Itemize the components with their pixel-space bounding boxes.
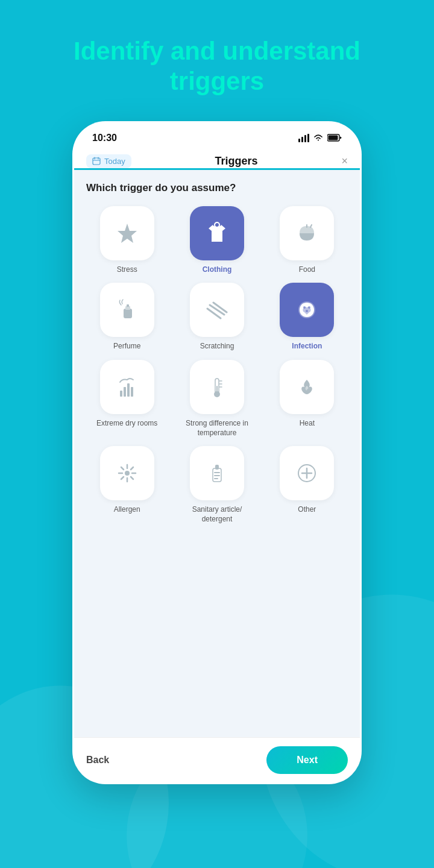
svg-rect-31 — [216, 386, 218, 392]
question-text: Which trigger do you assume? — [86, 182, 348, 194]
scratching-label: Scratching — [200, 342, 234, 351]
app-title: Triggers — [215, 155, 258, 168]
svg-rect-48 — [214, 475, 220, 476]
trigger-strong-diff[interactable]: Strong difference in temperature — [176, 360, 257, 438]
stress-svg — [114, 220, 140, 247]
allergen-label: Allergen — [114, 505, 140, 515]
svg-rect-6 — [307, 134, 309, 142]
trigger-heat[interactable]: Heat — [266, 360, 348, 438]
clothing-svg — [204, 220, 230, 247]
scratching-icon-box — [190, 283, 244, 337]
next-button[interactable]: Next — [266, 746, 348, 774]
svg-rect-16 — [124, 309, 132, 318]
clothing-label: Clothing — [203, 265, 232, 275]
allergen-svg — [114, 460, 140, 486]
svg-point-24 — [308, 306, 310, 309]
svg-rect-3 — [298, 139, 300, 142]
svg-point-32 — [214, 391, 220, 397]
extreme-dry-icon-box — [100, 360, 154, 414]
clothing-icon-box — [190, 206, 244, 260]
heat-label: Heat — [300, 419, 315, 429]
svg-rect-9 — [93, 158, 100, 165]
other-icon-box — [280, 446, 334, 500]
svg-rect-49 — [214, 478, 218, 479]
wifi-icon — [313, 134, 324, 142]
food-icon-box — [280, 206, 334, 260]
sanitary-label: Sanitary article/ detergent — [176, 505, 257, 524]
signal-icon — [298, 134, 309, 142]
app-header: Today Triggers × — [74, 148, 360, 170]
svg-rect-18 — [127, 304, 129, 307]
header-line1: Identify and understand — [74, 36, 360, 66]
svg-rect-4 — [301, 137, 303, 142]
stress-icon-box — [100, 206, 154, 260]
svg-rect-28 — [127, 383, 130, 397]
svg-rect-26 — [120, 391, 122, 397]
svg-rect-8 — [329, 136, 338, 140]
perfume-svg — [114, 297, 140, 323]
header-line2: triggers — [74, 66, 360, 96]
svg-point-23 — [303, 306, 306, 309]
svg-rect-5 — [304, 135, 306, 142]
strong-diff-svg — [204, 374, 230, 400]
other-label: Other — [298, 505, 316, 515]
svg-line-42 — [131, 477, 133, 479]
svg-rect-29 — [131, 387, 133, 397]
close-button[interactable]: × — [341, 155, 348, 168]
trigger-scratching[interactable]: Scratching — [176, 283, 257, 351]
heat-icon-box — [280, 360, 334, 414]
infection-svg — [294, 297, 320, 323]
strong-diff-icon-box — [190, 360, 244, 414]
today-label: Today — [104, 157, 125, 166]
triggers-grid: Stress Clothing — [86, 206, 348, 524]
heat-svg — [294, 374, 320, 400]
svg-point-25 — [306, 310, 308, 312]
perfume-label: Perfume — [113, 342, 140, 351]
today-badge[interactable]: Today — [86, 154, 131, 168]
status-time: 10:30 — [92, 133, 117, 143]
trigger-other[interactable]: Other — [266, 446, 348, 524]
trigger-stress[interactable]: Stress — [86, 206, 168, 275]
footer: Back Next — [74, 737, 360, 782]
extreme-dry-svg — [114, 374, 140, 400]
svg-line-15 — [310, 225, 312, 227]
trigger-food[interactable]: Food — [266, 206, 348, 275]
scratching-svg — [204, 297, 230, 323]
svg-point-36 — [125, 471, 130, 476]
trigger-perfume[interactable]: Perfume — [86, 283, 168, 351]
infection-icon-box — [280, 283, 334, 337]
trigger-allergen[interactable]: Allergen — [86, 446, 168, 524]
back-button[interactable]: Back — [86, 755, 109, 766]
svg-line-44 — [121, 477, 124, 479]
trigger-clothing[interactable]: Clothing — [176, 206, 257, 275]
food-label: Food — [299, 265, 315, 275]
status-icons — [298, 134, 342, 142]
phone-notch — [178, 123, 256, 140]
svg-point-13 — [215, 222, 219, 227]
svg-rect-47 — [214, 472, 220, 473]
trigger-infection[interactable]: Infection — [266, 283, 348, 351]
food-svg — [294, 220, 320, 247]
trigger-extreme-dry[interactable]: Extreme dry rooms — [86, 360, 168, 438]
svg-line-41 — [121, 467, 124, 470]
svg-rect-46 — [215, 465, 219, 470]
battery-icon — [327, 134, 342, 142]
perfume-icon-box — [100, 283, 154, 337]
trigger-sanitary[interactable]: Sanitary article/ detergent — [176, 446, 257, 524]
svg-rect-27 — [124, 387, 126, 397]
calendar-icon — [92, 157, 101, 165]
sanitary-svg — [204, 460, 230, 486]
extreme-dry-label: Extreme dry rooms — [96, 419, 157, 429]
phone-mockup: 10:30 — [72, 121, 362, 784]
stress-label: Stress — [117, 265, 137, 275]
page-header: Identify and understand triggers — [49, 36, 385, 97]
sanitary-icon-box — [190, 446, 244, 500]
svg-line-43 — [131, 467, 133, 470]
strong-diff-label: Strong difference in temperature — [176, 419, 257, 438]
other-svg — [294, 460, 320, 486]
app-body: Which trigger do you assume? Stress — [74, 170, 360, 737]
allergen-icon-box — [100, 446, 154, 500]
infection-label: Infection — [292, 342, 322, 351]
